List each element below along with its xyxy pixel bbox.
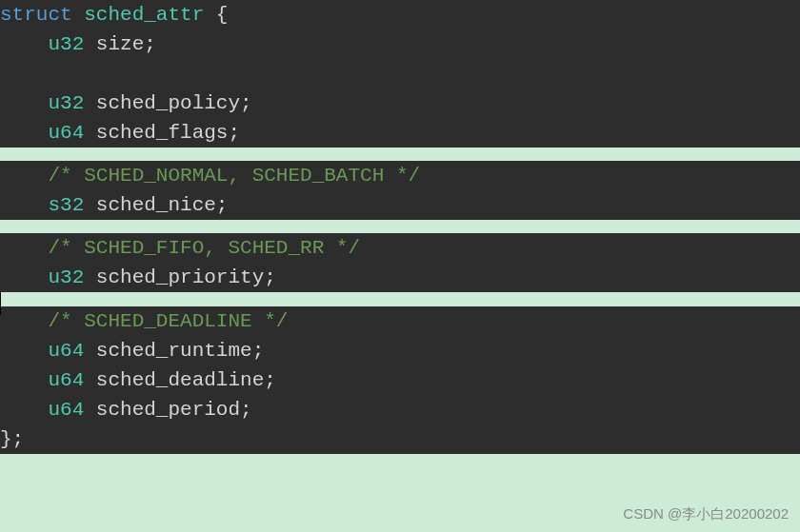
indent bbox=[0, 310, 48, 332]
field-size: size bbox=[84, 33, 144, 55]
indent bbox=[0, 33, 48, 55]
field-sched-flags: sched_flags bbox=[84, 122, 228, 144]
code-block-4: /* SCHED_DEADLINE */ u64 sched_runtime; … bbox=[0, 306, 800, 454]
field-sched-nice: sched_nice bbox=[84, 194, 216, 216]
type-u64: u64 bbox=[48, 369, 84, 391]
indent bbox=[0, 369, 48, 391]
watermark-text: CSDN @李小白20200202 bbox=[623, 499, 789, 528]
cursor-line bbox=[0, 292, 800, 306]
highlight-gap bbox=[0, 148, 800, 161]
semicolon: ; bbox=[216, 194, 229, 216]
indent bbox=[0, 194, 48, 216]
indent bbox=[0, 237, 48, 259]
type-u64: u64 bbox=[48, 399, 84, 421]
type-u64: u64 bbox=[48, 340, 84, 362]
type-u32: u32 bbox=[48, 33, 84, 55]
type-u32: u32 bbox=[48, 266, 84, 288]
type-u64: u64 bbox=[48, 122, 84, 144]
indent bbox=[0, 92, 48, 114]
field-sched-runtime: sched_runtime bbox=[84, 340, 251, 362]
field-sched-policy: sched_policy bbox=[84, 92, 240, 114]
type-name: sched_attr bbox=[72, 4, 216, 26]
brace-open: { bbox=[216, 4, 229, 26]
semicolon: ; bbox=[264, 369, 276, 391]
semicolon: ; bbox=[264, 266, 276, 288]
keyword-struct: struct bbox=[0, 4, 72, 26]
code-block-1: struct sched_attr { u32 size; u32 sched_… bbox=[0, 0, 800, 148]
indent bbox=[0, 122, 48, 144]
field-sched-period: sched_period bbox=[84, 399, 240, 421]
semicolon: ; bbox=[240, 399, 252, 421]
indent bbox=[0, 399, 48, 421]
text-caret bbox=[0, 292, 1, 315]
type-s32: s32 bbox=[48, 194, 84, 216]
semicolon: ; bbox=[144, 33, 156, 55]
indent bbox=[0, 266, 48, 288]
brace-close: }; bbox=[0, 428, 24, 450]
semicolon: ; bbox=[240, 92, 252, 114]
comment-normal-batch: /* SCHED_NORMAL, SCHED_BATCH */ bbox=[48, 165, 420, 187]
type-u32: u32 bbox=[48, 92, 84, 114]
field-sched-priority: sched_priority bbox=[84, 266, 264, 288]
semicolon: ; bbox=[252, 340, 265, 362]
field-sched-deadline: sched_deadline bbox=[84, 369, 264, 391]
highlight-gap bbox=[0, 220, 800, 233]
indent bbox=[0, 340, 48, 362]
comment-fifo-rr: /* SCHED_FIFO, SCHED_RR */ bbox=[48, 237, 360, 259]
semicolon: ; bbox=[228, 122, 240, 144]
indent bbox=[0, 165, 48, 187]
code-block-3: /* SCHED_FIFO, SCHED_RR */ u32 sched_pri… bbox=[0, 233, 800, 292]
comment-deadline: /* SCHED_DEADLINE */ bbox=[48, 310, 288, 332]
code-block-2: /* SCHED_NORMAL, SCHED_BATCH */ s32 sche… bbox=[0, 161, 800, 220]
